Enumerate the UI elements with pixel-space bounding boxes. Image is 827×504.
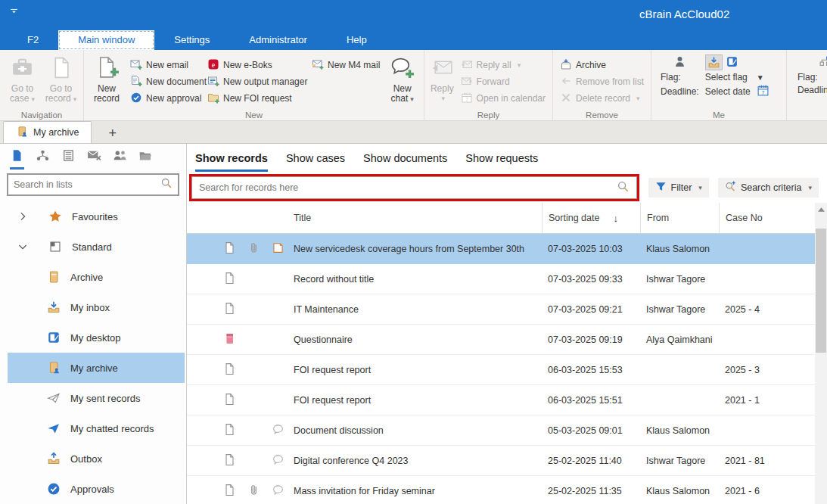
sidebar-filter-folder-open-button[interactable] — [138, 149, 154, 170]
new-record-button[interactable]: New record — [87, 53, 126, 104]
new-email-button[interactable]: New email — [126, 57, 204, 73]
reply-button[interactable]: Reply ▾ — [427, 53, 457, 104]
sidebar-item-favourites[interactable]: Favourites — [8, 201, 185, 232]
new-output-manager-button[interactable]: New output manager — [204, 73, 308, 90]
new-eboks-button[interactable]: e New e-Boks — [204, 57, 308, 73]
new-document-button[interactable]: New document — [126, 73, 204, 90]
new-foi-request-button[interactable]: New FOI request — [204, 90, 308, 107]
table-row[interactable]: FOI request report06-03-2025 15:532025 -… — [187, 355, 815, 385]
table-row[interactable]: FOI request report06-03-2025 15:512021 -… — [187, 385, 815, 415]
sidebar-item-my-desktop[interactable]: My desktop — [8, 322, 185, 353]
chevron-right-icon[interactable] — [17, 210, 32, 222]
record-title: Record without title — [290, 274, 542, 285]
reply-all-button[interactable]: Reply all▾ — [457, 57, 549, 73]
workspace-tab-my-archive[interactable]: My archive — [3, 121, 92, 143]
record-sorting-date: 07-03-2025 09:19 — [542, 334, 640, 345]
new-chat-button[interactable]: New chat▾ — [384, 53, 421, 104]
me-deadline-select[interactable]: Select date — [705, 86, 751, 97]
menu-tab-help[interactable]: Help — [327, 30, 387, 50]
ribbon-group-label: Navigation — [0, 110, 83, 120]
sidebar-filter-mail-crossed-button[interactable] — [86, 149, 102, 170]
vertical-scrollbar[interactable] — [815, 203, 827, 504]
goto-record-button[interactable]: Go to record▾ — [42, 53, 80, 104]
quick-access-toolbar-caret-icon[interactable] — [9, 5, 19, 18]
sidebar-filter-document-button[interactable] — [9, 149, 25, 170]
table-row[interactable]: New servicedesk coverage hours from Sept… — [187, 234, 815, 264]
active-filter-indicator — [10, 167, 24, 170]
table-row[interactable]: Questionnaire07-03-2025 09:19Alya Qaimkh… — [187, 325, 815, 355]
new-record-icon — [95, 55, 120, 84]
menu-tab-main-window[interactable]: Main window — [58, 30, 154, 50]
search-for-records-input[interactable] — [199, 182, 617, 193]
search-in-lists-input[interactable] — [14, 179, 160, 190]
menu-tab-f2[interactable]: F2 — [8, 30, 58, 50]
sidebar-filter-list-button[interactable] — [61, 149, 76, 170]
active-filter-indicator — [113, 167, 127, 170]
sidebar-item-label: Outbox — [70, 453, 102, 465]
sidebar-item-label: My archive — [70, 362, 118, 374]
record-title: Questionnaire — [290, 334, 542, 345]
record-title: New servicedesk coverage hours from Sept… — [290, 244, 542, 254]
sidebar-item-my-chatted-records[interactable]: My chatted records — [8, 413, 185, 443]
column-header-from[interactable]: From — [640, 203, 719, 233]
chevron-down-icon[interactable] — [17, 241, 32, 253]
new-m4-mail-button[interactable]: New M4 mail — [308, 57, 384, 73]
table-row[interactable]: Digital conference Q4 202325-02-2025 11:… — [187, 446, 815, 476]
sidebar-filter-icons — [0, 144, 186, 171]
remove-from-list-button[interactable]: Remove from list — [556, 73, 648, 90]
flag-dropdown-caret-icon[interactable]: ▼ — [757, 73, 769, 82]
delete-record-button[interactable]: Delete record▾ — [556, 90, 648, 107]
sidebar-item-my-archive[interactable]: My archive — [8, 353, 185, 383]
menu-tab-settings[interactable]: Settings — [154, 30, 229, 50]
title-bar: cBrain AcCloud02 — [0, 0, 827, 30]
deadline-calendar-icon[interactable]: 7 — [757, 84, 769, 99]
scroll-up-arrow[interactable] — [815, 203, 827, 216]
sidebar-filter-org-chart-button[interactable] — [35, 149, 51, 170]
dropdown-caret-icon: ▾ — [698, 184, 702, 191]
forward-button[interactable]: Forward — [457, 73, 549, 90]
ribbon-group-label: Reply — [424, 110, 552, 120]
me-flag-select[interactable]: Select flag — [705, 72, 751, 82]
new-approval-button[interactable]: New approval — [126, 90, 204, 107]
magnifier-icon[interactable] — [617, 180, 630, 196]
eboks-icon: e — [207, 58, 219, 73]
scrollbar-thumb[interactable] — [816, 229, 826, 353]
sidebar-item-archive[interactable]: Archive — [8, 262, 185, 292]
magnifier-icon[interactable] — [160, 177, 173, 192]
sidebar-item-standard[interactable]: Standard — [8, 232, 185, 262]
active-filter-indicator — [87, 167, 101, 170]
book-tan-icon — [47, 270, 62, 284]
tab-show-cases[interactable]: Show cases — [286, 144, 345, 173]
goto-case-button[interactable]: Go to case▾ — [3, 53, 42, 104]
menu-tab-administrator[interactable]: Administrator — [229, 30, 327, 50]
open-in-calendar-button[interactable]: 7 Open in calendar — [457, 90, 549, 107]
column-header-title[interactable]: Title — [290, 203, 542, 233]
archive-box-icon — [560, 58, 572, 73]
column-header-sorting-date[interactable]: Sorting date↓ — [542, 203, 640, 233]
table-row[interactable]: Document discussion05-03-2025 09:01Klaus… — [187, 415, 815, 446]
chat-icon — [272, 423, 284, 438]
table-row[interactable]: Mass invitation for Friday seminar25-02-… — [187, 476, 815, 504]
flag-desktop-icon[interactable] — [726, 55, 738, 70]
selected-flag-inbox-icon[interactable] — [705, 54, 723, 70]
sidebar-item-my-inbox[interactable]: My inbox — [8, 292, 185, 322]
sidebar-item-my-sent-records[interactable]: My sent records — [8, 383, 185, 413]
sidebar-filter-people-button[interactable] — [112, 149, 128, 170]
tab-show-records[interactable]: Show records — [195, 144, 268, 173]
chat-icon — [272, 453, 284, 468]
table-row[interactable]: Record without title07-03-2025 09:33Ishw… — [187, 264, 815, 294]
sidebar-item-approvals[interactable]: Approvals — [8, 474, 185, 504]
record-sorting-date: 06-03-2025 15:51 — [542, 395, 640, 406]
table-header: Title Sorting date↓ From Case No — [187, 203, 815, 234]
sort-descending-icon: ↓ — [613, 213, 618, 224]
table-row[interactable]: IT Maintenance07-03-2025 09:21Ishwar Tag… — [187, 294, 815, 325]
column-header-case-no[interactable]: Case No — [719, 203, 815, 233]
tab-show-requests[interactable]: Show requests — [465, 144, 538, 173]
dropdown-caret-icon: ▾ — [31, 95, 35, 103]
sidebar-item-outbox[interactable]: Outbox — [8, 443, 185, 474]
search-criteria-button[interactable]: Search criteria▾ — [718, 178, 819, 198]
tab-show-documents[interactable]: Show documents — [363, 144, 447, 173]
filter-button[interactable]: Filter▾ — [648, 178, 709, 198]
new-workspace-tab-button[interactable]: + — [104, 123, 121, 143]
archive-button[interactable]: Archive — [556, 57, 648, 73]
